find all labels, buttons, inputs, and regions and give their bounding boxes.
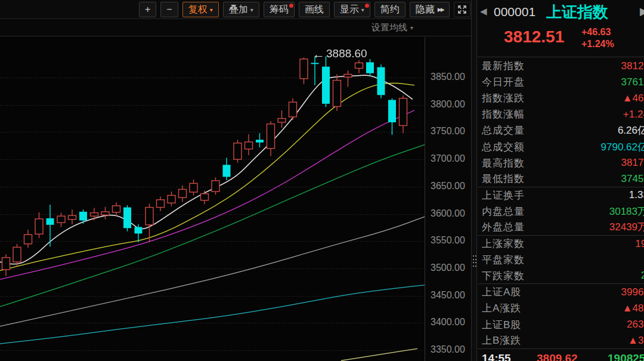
stat-value: 269 — [641, 270, 644, 282]
expand-icon — [457, 4, 467, 15]
stat-row-total-volume: 总成交量6.26亿手 — [478, 122, 644, 138]
toolbar-button-zoom-out[interactable]: − — [160, 2, 178, 17]
stat-value: 3745.37 — [621, 173, 644, 185]
stat-value: 1.33% — [629, 189, 644, 201]
stat-row-inner-volume: 内盘总量30183万手 — [478, 203, 644, 220]
kline-chart-canvas[interactable] — [0, 37, 425, 361]
stat-value: 1997 — [635, 238, 644, 250]
next-stock-icon[interactable]: ▶ — [640, 5, 644, 18]
stat-label: 内盘总量 — [482, 205, 525, 218]
y-axis-label: 3650.00 — [431, 181, 465, 192]
fullscreen-button[interactable] — [454, 2, 470, 17]
ma-settings-label: 设置均线 — [371, 22, 407, 33]
stat-label: 最高指数 — [482, 156, 525, 170]
stat-rows: 最新指数3812.51今日开盘3761.88指数涨跌▲46.63指数涨幅+1.2… — [478, 58, 644, 349]
y-axis-label: 3450.00 — [431, 290, 465, 301]
stat-row-decliners: 下跌家数269 — [478, 268, 644, 284]
stat-label: 指数涨幅 — [482, 107, 525, 121]
stat-label: 指数涨跌 — [482, 91, 525, 105]
y-axis-label: 3750.00 — [431, 126, 465, 137]
price-change: +46.63 — [581, 26, 614, 38]
y-axis-label: 3850.00 — [431, 72, 465, 82]
stat-value: ▲48.98 — [623, 303, 644, 314]
stat-label: 最低指数 — [482, 172, 525, 186]
ticker-time: 14:55 — [482, 352, 511, 361]
chart-subheader: 设置均线 ▾ — [0, 20, 473, 36]
y-axis-label: 3550.00 — [431, 235, 465, 246]
toolbar-button-zoom-in[interactable]: + — [139, 2, 156, 17]
stat-row-sh-b-change: 上B涨跌▲3.31 — [478, 333, 644, 349]
stat-value: 9790.62亿元 — [601, 140, 644, 154]
stock-code: 000001 — [494, 5, 535, 19]
stat-value: ▲3.31 — [628, 335, 644, 347]
toolbar-button-overlay[interactable]: 叠加▾ — [223, 2, 259, 17]
stat-row-today-open: 今日开盘3761.88 — [478, 74, 644, 90]
toolbar-button-label: 筹码 — [270, 4, 289, 16]
stat-row-index-change: 指数涨跌▲46.63 — [478, 90, 644, 106]
toolbar-button-label: + — [145, 4, 150, 15]
stat-row-sh-b-index: 上证B股263.30 — [478, 317, 644, 333]
stat-value: 6.26亿手 — [618, 124, 644, 137]
stat-row-outer-volume: 外盘总量32439万手 — [478, 220, 644, 236]
stat-label: 外盘总量 — [482, 220, 525, 234]
y-axis-label: 3700.00 — [431, 153, 465, 164]
toolbar-button-label: 画线 — [305, 4, 324, 16]
toolbar-button-hide[interactable]: 隐藏▶▶ — [410, 2, 450, 17]
stat-label: 总成交量 — [482, 124, 525, 137]
stat-value: 3817.16 — [621, 157, 644, 169]
chevron-down-icon: ▾ — [361, 7, 364, 13]
stat-label: 上证换手 — [482, 189, 525, 202]
stat-value: 3761.88 — [621, 76, 644, 88]
ma-settings-button[interactable]: 设置均线 ▾ — [371, 22, 413, 33]
stat-row-sh-turnover-rate: 上证换手1.33% — [478, 187, 644, 203]
kline-chart-area[interactable] — [0, 37, 425, 361]
toolbar-button-draw-line[interactable]: 画线 — [299, 2, 330, 17]
stock-app-window: +−复权▾叠加▾筹码画线显示▾简约隐藏▶▶ 设置均线 ▾ ← 3888.60 3… — [0, 0, 644, 361]
stat-row-advancers: 上涨家数1997 — [478, 236, 644, 252]
chevron-down-icon: ▾ — [250, 7, 253, 13]
chevron-down-icon: ▾ — [410, 24, 413, 31]
stat-label: 上B涨跌 — [482, 334, 521, 347]
toolbar-button-label: 叠加 — [229, 4, 248, 16]
notification-dot-icon — [365, 4, 369, 8]
y-axis-label: 3800.00 — [431, 99, 465, 110]
stock-name: 上证指数 — [546, 2, 608, 23]
toolbar-button-label: 简约 — [380, 4, 400, 16]
stat-value: 263.30 — [627, 319, 644, 331]
y-axis-label: 3600.00 — [431, 208, 465, 219]
stat-row-latest-index: 最新指数3812.51 — [478, 58, 644, 74]
stat-row-high-index: 最高指数3817.16 — [478, 155, 644, 171]
stat-label: 今日开盘 — [482, 75, 525, 89]
y-axis-label: 3500.00 — [431, 263, 465, 273]
stat-row-total-turnover: 总成交额9790.62亿元 — [478, 138, 644, 155]
arrow-left-icon: ← — [312, 48, 325, 60]
stat-label: 总成交额 — [482, 140, 525, 154]
toolbar-button-simple-mode[interactable]: 简约 — [374, 2, 405, 17]
toolbar-button-adjust-price[interactable]: 复权▾ — [182, 2, 219, 17]
toolbar-button-label: 隐藏 — [416, 4, 435, 16]
stat-row-low-index: 最低指数3745.37 — [478, 171, 644, 187]
toolbar-button-display[interactable]: 显示▾ — [334, 2, 370, 17]
stat-row-index-change-pct: 指数涨幅+1.24% — [478, 106, 644, 122]
stat-value: ▲46.63 — [623, 92, 644, 104]
stat-value: +1.24% — [623, 109, 644, 121]
ticker-bar[interactable]: 14:55 3809.62 190825 — [478, 350, 644, 361]
double-chevron-icon: ▶▶ — [438, 7, 444, 13]
last-price: 3812.51 — [504, 27, 564, 47]
stat-row-sh-a-index: 上证A股3996.37 — [478, 284, 644, 300]
plot-right-border — [425, 37, 425, 361]
toolbar-button-label: 复权 — [188, 4, 208, 16]
notification-dot-icon — [289, 4, 293, 8]
stat-label: 平盘家数 — [482, 253, 525, 267]
price-change-pct: +1.24% — [581, 38, 614, 50]
toolbar-button-label: 显示 — [340, 4, 359, 16]
prev-stock-icon[interactable]: ◀ — [480, 6, 487, 17]
panel-resize-divider[interactable] — [471, 0, 477, 361]
ticker-volume: 190825 — [608, 352, 644, 361]
price-high-annotation: ← 3888.60 — [312, 47, 367, 60]
annotation-value: 3888.60 — [326, 47, 367, 60]
toolbar-button-chip-distribution[interactable]: 筹码 — [264, 2, 295, 17]
stat-label: 上A涨跌 — [482, 301, 521, 315]
price-change-box: +46.63 +1.24% — [581, 26, 614, 50]
stat-value: 3996.37 — [621, 286, 644, 298]
